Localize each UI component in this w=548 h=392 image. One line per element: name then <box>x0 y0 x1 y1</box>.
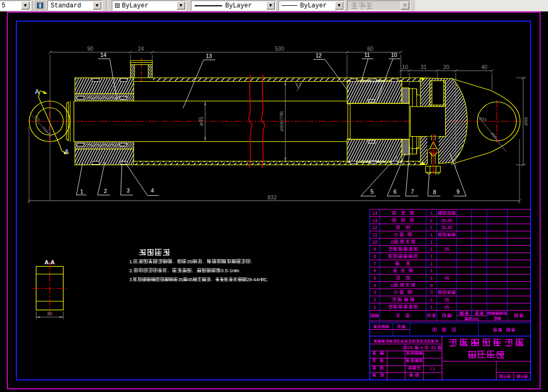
svg-text:A: A <box>64 148 69 156</box>
svg-text:ø96: ø96 <box>523 117 528 126</box>
svg-text:1: 1 <box>430 261 432 266</box>
svg-text:O: O <box>394 232 398 237</box>
svg-text:.: . <box>132 267 133 273</box>
svg-text:1: 1 <box>430 254 432 259</box>
svg-text:6: 6 <box>420 345 423 350</box>
svg-text:O: O <box>390 240 394 245</box>
svg-text:45: 45 <box>444 275 449 281</box>
svg-text:ø90H7/f6: ø90H7/f6 <box>278 111 284 131</box>
svg-text:1:1: 1:1 <box>429 366 436 371</box>
svg-text:12: 12 <box>315 52 322 59</box>
svg-text:O: O <box>390 283 394 288</box>
svg-text:5: 5 <box>189 259 192 264</box>
svg-text:ø45: ø45 <box>198 117 204 126</box>
svg-text:60: 60 <box>367 45 373 52</box>
svg-text:.: . <box>238 267 239 273</box>
svg-text:6: 6 <box>373 268 376 273</box>
svg-text:20: 20 <box>443 64 449 70</box>
svg-text:.: . <box>266 277 267 282</box>
svg-text:3.2: 3.2 <box>296 83 301 87</box>
svg-text:1: 1 <box>430 268 432 273</box>
svg-text:14: 14 <box>100 52 107 58</box>
svg-text:R15.60: R15.60 <box>42 126 52 138</box>
svg-text:11: 11 <box>364 52 370 58</box>
svg-text:4: 4 <box>521 375 524 379</box>
svg-text:1: 1 <box>373 304 376 310</box>
svg-text:832: 832 <box>267 194 277 200</box>
svg-text:40: 40 <box>481 64 487 70</box>
svg-text:6: 6 <box>393 188 397 195</box>
svg-text:10: 10 <box>372 240 377 245</box>
svg-text:.: . <box>132 277 133 282</box>
svg-text:0: 0 <box>434 345 436 350</box>
svg-text:90: 90 <box>87 45 93 52</box>
svg-text:8: 8 <box>430 283 432 288</box>
svg-text:10: 10 <box>402 64 408 70</box>
svg-text:13: 13 <box>206 53 212 59</box>
svg-text:45: 45 <box>444 304 449 310</box>
svg-text:35,40: 35,40 <box>441 225 453 230</box>
svg-text:9: 9 <box>457 188 460 195</box>
svg-text:1: 1 <box>430 304 432 310</box>
svg-text:3: 3 <box>127 187 130 194</box>
svg-text:5: 5 <box>180 277 183 282</box>
svg-text:1: 1 <box>430 232 432 237</box>
svg-text:1: 1 <box>430 225 432 230</box>
svg-text:24: 24 <box>138 45 144 52</box>
svg-text:1: 1 <box>80 188 83 195</box>
svg-text:7: 7 <box>373 261 376 266</box>
svg-text:8: 8 <box>373 254 376 259</box>
svg-text:4: 4 <box>151 187 154 194</box>
svg-text:2: 2 <box>373 297 376 302</box>
svg-text:O: O <box>394 290 398 295</box>
svg-text:R25: R25 <box>34 114 41 122</box>
svg-text:6: 6 <box>410 345 413 350</box>
svg-text:9: 9 <box>373 246 376 252</box>
svg-text:10: 10 <box>391 52 397 58</box>
svg-text:7: 7 <box>411 188 414 195</box>
svg-text:31: 31 <box>420 64 427 70</box>
svg-text:1: 1 <box>430 246 432 252</box>
svg-text:5: 5 <box>190 277 193 282</box>
svg-text:3: 3 <box>430 290 432 295</box>
svg-text:A: A <box>35 88 40 95</box>
svg-text:1: 1 <box>430 240 432 245</box>
svg-text:8: 8 <box>433 189 436 195</box>
svg-text:13: 13 <box>372 218 377 223</box>
svg-text:35: 35 <box>444 246 449 252</box>
svg-text:14: 14 <box>372 211 377 216</box>
svg-text:5: 5 <box>373 275 376 281</box>
svg-text:5: 5 <box>371 188 374 195</box>
svg-text:530: 530 <box>275 45 284 52</box>
svg-text:3: 3 <box>373 290 376 295</box>
svg-text:4: 4 <box>504 375 506 379</box>
svg-text:1: 1 <box>430 275 432 281</box>
svg-text:35: 35 <box>444 297 449 302</box>
svg-text:2: 2 <box>104 188 107 194</box>
svg-text:4: 4 <box>373 283 376 288</box>
svg-text:35,45: 35,45 <box>441 218 453 223</box>
svg-text:11: 11 <box>372 232 377 237</box>
svg-text:1: 1 <box>430 211 432 216</box>
svg-text:1: 1 <box>430 297 432 302</box>
svg-text:30: 30 <box>47 311 53 317</box>
svg-text:): ) <box>478 317 479 321</box>
svg-text:.: . <box>132 259 133 264</box>
svg-text:1: 1 <box>430 218 432 223</box>
svg-text:.: . <box>251 259 252 264</box>
svg-text:12: 12 <box>372 225 377 230</box>
